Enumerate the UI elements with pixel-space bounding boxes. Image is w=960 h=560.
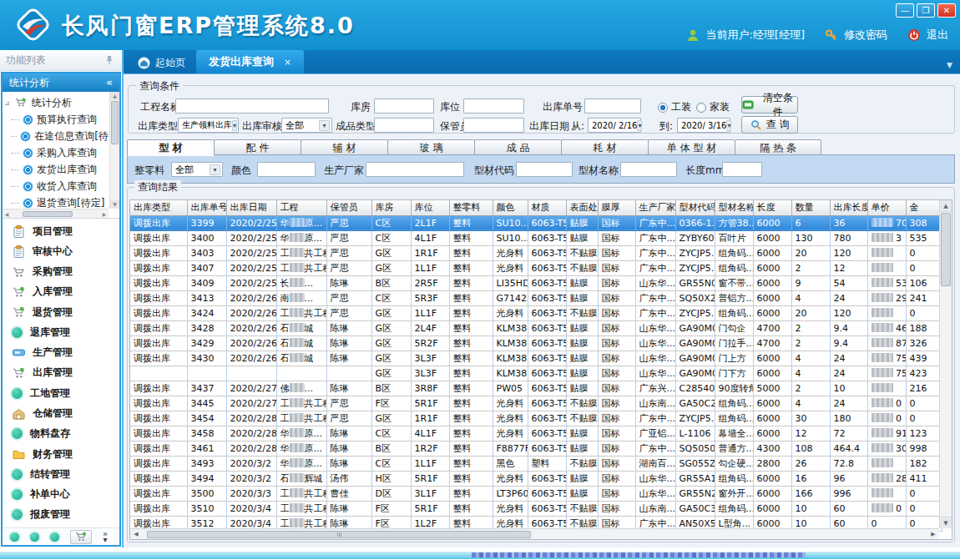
column-header-型材代码[interactable]: 型材代码 — [675, 200, 715, 215]
sidebar-item-补单中心[interactable]: 补单中心 — [3, 484, 119, 504]
product-type-input[interactable] — [374, 118, 434, 133]
column-header-单价[interactable]: 单价 — [867, 200, 906, 215]
tree-item-预算执行查询[interactable]: 预算执行查询 — [4, 111, 109, 128]
manufacturer-input[interactable] — [366, 162, 464, 177]
table-row-3454[interactable]: 调拨出库34542020/2/28工共工程严思G区1R1F整料光身料6063-T… — [130, 411, 942, 426]
clear-conditions-button[interactable]: 清空条件 — [741, 96, 798, 114]
table-row-3461[interactable]: 调拨出库34612020/2/28华原...陈琳B区1R2F整料F8877FT6… — [130, 441, 942, 456]
sidebar-item-工地管理[interactable]: 工地管理 — [3, 383, 119, 403]
table-row-3510[interactable]: 调拨出库35102020/3/4工共工程陈琳F区5R1F整料光身料6063-T5… — [130, 501, 942, 516]
sidebar-section-header[interactable]: 统计分析 « — [3, 73, 119, 92]
material-tab-隔热条[interactable]: 隔 热 条 — [735, 139, 821, 155]
sidebar-item-入库管理[interactable]: 入库管理 — [3, 282, 119, 302]
table-row-3413[interactable]: 调拨出库34132020/2/26南...严思C区5R3F整料G71422606… — [130, 290, 942, 305]
table-row-3409[interactable]: 调拨出库34092020/2/25长...陈琳B区2R5F整料LI35HD606… — [130, 275, 942, 290]
tree-item-在途信息查询[待[interactable]: 在途信息查询[待 — [4, 128, 109, 144]
scroll-right-icon[interactable]: ▶ — [927, 531, 939, 537]
location-input[interactable] — [463, 98, 524, 114]
table-horizontal-scrollbar[interactable]: ◀ ▶ — [130, 528, 939, 539]
module-cart-button[interactable] — [70, 530, 92, 544]
radio-jiazhuang[interactable]: 家装 — [696, 100, 730, 114]
scroll-thumb[interactable] — [111, 101, 119, 144]
expand-more-button[interactable]: »▾ — [103, 531, 108, 542]
column-header-长度[interactable]: 长度 — [753, 200, 791, 215]
sidebar-item-物料盘存[interactable]: 物料盘存 — [3, 424, 119, 444]
sidebar-item-退库管理[interactable]: 退库管理 — [3, 322, 119, 342]
tree-item-发货出库查询[interactable]: 发货出库查询 — [4, 161, 109, 178]
sidebar-item-退货管理[interactable]: 退货管理 — [3, 302, 119, 322]
material-tab-成品[interactable]: 成 品 — [474, 139, 561, 155]
table-row-3445[interactable]: 调拨出库34452020/2/27工共工程严思F区5R1F整料光身料6063-T… — [130, 396, 942, 411]
material-tab-耗材[interactable]: 耗 材 — [561, 139, 648, 155]
table-row-3403[interactable]: 调拨出库34032020/2/25工共工程严思G区1R1F整料光身料6063-T… — [130, 245, 942, 260]
tree-root-statistics[interactable]: ⊿统计分析 — [4, 94, 109, 111]
sidebar-item-报废管理[interactable]: 报废管理 — [3, 505, 119, 525]
warehouse-input[interactable] — [374, 98, 434, 114]
column-header-颜色[interactable]: 颜色 — [493, 200, 528, 215]
tree-item-收货入库查询[interactable]: 收货入库查询 — [4, 178, 109, 194]
table-row-3429[interactable]: 调拨出库34292020/2/26石城陈琳G区5R2F整料KLM38176063… — [130, 335, 942, 351]
tab-shipping-query[interactable]: 发货出库查询 × — [196, 50, 304, 73]
column-header-出库类型[interactable]: 出库类型 — [130, 200, 187, 215]
scroll-up-icon[interactable]: ▲ — [110, 92, 119, 100]
profile-code-input[interactable] — [516, 162, 573, 177]
sidebar-item-结转管理[interactable]: 结转管理 — [3, 464, 119, 484]
color-input[interactable] — [257, 162, 316, 177]
sidebar-item-财务管理[interactable]: 财务管理 — [3, 444, 119, 464]
scroll-left-icon[interactable]: ◀ — [3, 211, 11, 217]
change-password-link[interactable]: 修改密码 — [844, 28, 887, 43]
scroll-thumb[interactable] — [147, 531, 531, 538]
tree-vertical-scrollbar[interactable]: ▲ ▼ — [109, 92, 119, 209]
scroll-left-icon[interactable]: ◀ — [130, 531, 142, 537]
table-row-3430[interactable]: 调拨出库34302020/2/26石城陈琳G区3L3F整料KLM38176063… — [130, 351, 942, 366]
module-dot-icon[interactable] — [50, 532, 59, 542]
material-tab-辅材[interactable]: 辅 材 — [301, 139, 387, 155]
length-input[interactable] — [722, 162, 762, 177]
table-row-3458[interactable]: 调拨出库34582020/2/28华原...陈琳C区4L1F整料光身料6063-… — [130, 426, 942, 441]
project-name-input[interactable] — [175, 98, 329, 114]
tab-close-icon[interactable]: × — [284, 57, 291, 68]
material-tab-型材[interactable]: 型 材 — [127, 139, 214, 156]
table-row-3493[interactable]: 调拨出库34932020/3/2华原...陈琳C区1L1F整料黑色塑料不贴膜国标… — [130, 456, 942, 471]
order-no-input[interactable] — [584, 98, 641, 114]
column-header-出库长度[interactable]: 出库长度 — [830, 200, 867, 215]
logout-link[interactable]: 退出 — [927, 28, 948, 43]
tab-list-dropdown-icon[interactable]: ▼ — [947, 61, 952, 69]
out-type-select[interactable]: 生产领料出库▾ — [178, 118, 239, 133]
scroll-right-icon[interactable]: ▶ — [100, 211, 109, 217]
date-to-picker[interactable]: 2020/ 3/16▾ — [677, 118, 730, 133]
table-row-3399[interactable]: 调拨出库33992020/2/25华原...严思C区2L1F整料SU10...6… — [130, 215, 942, 230]
date-from-picker[interactable]: 2020/ 2/16▾ — [588, 118, 641, 133]
column-header-材质[interactable]: 材质 — [528, 200, 566, 215]
whole-piece-select[interactable]: 全部▾ — [171, 162, 223, 177]
material-tab-单体型材[interactable]: 单 体 型 材 — [648, 139, 735, 155]
table-row-3428[interactable]: 调拨出库34282020/2/26石城陈琳G区2L4F整料KLM38176063… — [130, 320, 942, 335]
radio-gongzhuang[interactable]: 工装 — [658, 100, 691, 114]
scroll-down-icon[interactable]: ▼ — [940, 517, 952, 528]
scroll-down-icon[interactable]: ▼ — [110, 200, 119, 209]
material-tab-玻璃[interactable]: 玻 璃 — [387, 139, 474, 155]
module-dot-icon[interactable] — [30, 532, 39, 542]
column-header-膜厚[interactable]: 膜厚 — [598, 200, 635, 215]
module-dot-icon[interactable] — [10, 532, 19, 542]
close-button[interactable]: ✕ — [937, 3, 956, 18]
sidebar-item-生产管理[interactable]: 生产管理 — [3, 343, 119, 363]
search-button[interactable]: 查 询 — [741, 116, 798, 134]
scroll-up-icon[interactable]: ▲ — [940, 200, 952, 212]
sidebar-item-审核中心[interactable]: 审核中心 — [3, 241, 119, 261]
audit-select[interactable]: 全部▾ — [281, 118, 332, 133]
table-vertical-scrollbar[interactable]: ▲ ▼ — [939, 200, 952, 528]
column-header-出库单号[interactable]: 出库单号 — [187, 200, 226, 215]
scroll-thumb[interactable] — [23, 211, 73, 217]
column-header-数量[interactable]: 数量 — [791, 200, 830, 215]
column-header-整零料[interactable]: 整零料 — [449, 200, 493, 215]
sidebar-item-仓储管理[interactable]: 仓储管理 — [3, 403, 119, 423]
table-row[interactable]: G区3L3F整料KLM38176063-T5贴膜国标山东华...GA90M09.… — [130, 366, 942, 381]
tree-item-采购入库查询[interactable]: 采购入库查询 — [4, 144, 109, 161]
column-header-型材名称[interactable]: 型材名称 — [715, 200, 753, 215]
table-row-3407[interactable]: 调拨出库34072020/2/25工共工程严思G区1L1F整料光身料6063-T… — [130, 260, 942, 275]
tree-horizontal-scrollbar[interactable]: ◀ ▶ — [3, 209, 109, 218]
column-header-出库日期[interactable]: 出库日期 — [226, 200, 276, 215]
sidebar-item-出库管理[interactable]: 出库管理 — [3, 363, 119, 383]
sidebar-item-采购管理[interactable]: 采购管理 — [3, 262, 119, 282]
